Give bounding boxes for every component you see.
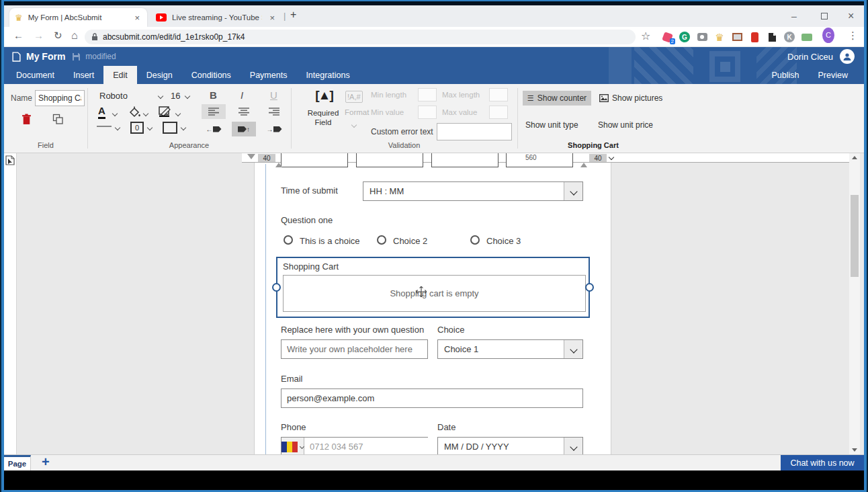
menu-insert[interactable]: Insert [64, 66, 103, 84]
radio-choice-1-label[interactable]: This is a choice [300, 236, 360, 246]
chevron-down-icon[interactable] [175, 111, 181, 116]
label-right-button[interactable]: → [262, 122, 286, 136]
menu-document[interactable]: Document [7, 66, 64, 84]
delete-field-button[interactable] [21, 114, 32, 127]
scroll-up-icon[interactable] [852, 156, 857, 159]
align-right-button[interactable] [262, 104, 286, 119]
tab-youtube-studio[interactable]: Live streaming - YouTube Studio × [150, 8, 282, 27]
home-icon[interactable]: ⌂ [71, 30, 78, 42]
tab-abcsubmit[interactable]: ♛ My Form | AbcSubmit × [9, 8, 147, 27]
font-family-select[interactable]: Roboto [99, 91, 128, 101]
address-field[interactable]: abcsubmit.com/edit/id_1e1rsko0p_17k4 [85, 30, 636, 44]
resize-handle-left[interactable] [272, 283, 281, 292]
bookmark-star-icon[interactable]: ☆ [641, 30, 650, 42]
phone-input[interactable] [304, 438, 433, 454]
max-value-input[interactable] [489, 106, 508, 119]
min-length-input[interactable] [418, 88, 437, 101]
new-tab-button[interactable]: + [290, 9, 296, 21]
field-name-input[interactable] [35, 90, 85, 106]
clipped-field[interactable] [431, 153, 498, 167]
chevron-down-icon[interactable] [143, 111, 148, 116]
close-window-button[interactable]: × [848, 5, 854, 27]
user-name[interactable]: Dorin Ciceu [787, 52, 833, 62]
radio-choice-3-label[interactable]: Choice 3 [486, 236, 521, 246]
font-color-button[interactable]: A [98, 106, 105, 119]
left-margin-value[interactable]: 40 [258, 154, 275, 162]
align-center-button[interactable] [232, 104, 256, 119]
bold-button[interactable]: B [210, 89, 217, 101]
extension-mail-icon[interactable] [801, 31, 813, 43]
maximize-button[interactable] [821, 5, 828, 27]
align-left-button[interactable] [202, 104, 226, 119]
show-pictures-button[interactable]: Show pictures [599, 91, 662, 106]
right-margin-value[interactable]: 40 [589, 154, 607, 162]
menu-payments[interactable]: Payments [241, 66, 297, 84]
menu-integrations[interactable]: Integrations [296, 66, 359, 84]
chevron-down-icon[interactable] [147, 125, 153, 130]
forward-icon[interactable]: → [34, 30, 44, 41]
font-size-select[interactable]: 16 [171, 91, 180, 101]
chevron-down-icon[interactable] [158, 93, 163, 99]
extension-picture-icon[interactable] [731, 31, 743, 43]
choice-select[interactable]: Choice 1 [437, 339, 583, 359]
extension-abcsubmit-icon[interactable]: ♛ [713, 31, 726, 43]
clipped-field[interactable] [281, 153, 348, 167]
fill-color-button[interactable] [128, 106, 140, 120]
italic-button[interactable]: I [241, 89, 243, 101]
label-left-button[interactable]: ← [202, 122, 226, 136]
chat-button[interactable]: Chat with us now [781, 455, 864, 470]
shopping-cart-field-selected[interactable]: Shopping Cart Shopping cart is empty [276, 257, 590, 318]
clipped-field[interactable] [506, 153, 573, 167]
menu-conditions[interactable]: Conditions [182, 66, 241, 84]
country-flag-select[interactable] [281, 438, 304, 454]
clipped-field[interactable] [356, 153, 423, 167]
chevron-down-icon[interactable] [112, 111, 118, 116]
profile-avatar[interactable]: C [822, 29, 834, 41]
radio-choice-2[interactable] [377, 235, 386, 245]
user-avatar[interactable] [840, 49, 855, 64]
border-width-button[interactable]: 0 [130, 122, 144, 134]
line-style-button[interactable] [97, 126, 112, 127]
radio-choice-2-label[interactable]: Choice 2 [393, 236, 427, 246]
show-unit-type-button[interactable]: Show unit type [525, 120, 578, 130]
underline-button[interactable]: U [270, 89, 277, 101]
add-page-button[interactable]: + [42, 454, 50, 470]
margin-marker-icon[interactable] [275, 163, 282, 167]
preview-button[interactable]: Preview [809, 66, 864, 84]
extension-grammarly-icon[interactable]: G [679, 31, 691, 43]
custom-error-input[interactable] [437, 123, 512, 140]
extension-doc-icon[interactable] [766, 31, 778, 43]
time-of-submit-select[interactable]: HH : MM [363, 181, 583, 201]
duplicate-field-button[interactable] [52, 114, 64, 127]
menu-design[interactable]: Design [137, 66, 182, 84]
browser-menu-icon[interactable]: ⋮ [848, 30, 858, 42]
scroll-down-icon[interactable] [852, 448, 857, 452]
format-button[interactable]: Format [345, 108, 369, 116]
tab-close-icon[interactable]: × [132, 13, 142, 23]
menu-edit[interactable]: Edit [103, 66, 137, 84]
phone-field[interactable] [281, 437, 428, 454]
chevron-down-icon[interactable] [185, 93, 190, 99]
back-icon[interactable]: ← [13, 30, 24, 41]
reload-icon[interactable]: ↻ [54, 30, 62, 42]
extension-camera-icon[interactable] [696, 31, 708, 43]
date-select[interactable]: MM / DD / YYYY [437, 437, 583, 454]
publish-button[interactable]: Publish [763, 66, 809, 84]
border-color-button[interactable] [159, 106, 171, 119]
extension-k-icon[interactable]: K [783, 31, 795, 43]
min-value-input[interactable] [418, 106, 437, 119]
scrollbar-thumb[interactable] [851, 195, 859, 277]
margin-marker-icon[interactable] [580, 163, 587, 167]
chevron-down-icon[interactable] [115, 125, 120, 130]
radio-choice-3[interactable] [470, 235, 480, 245]
tab-close-icon[interactable]: × [267, 13, 277, 23]
question2-input[interactable] [281, 339, 428, 359]
required-field-button[interactable]: Required Field [302, 108, 345, 128]
form-title[interactable]: My Form [26, 51, 65, 62]
shopping-cart-empty-box[interactable]: Shopping cart is empty [283, 275, 586, 312]
chevron-down-icon[interactable] [181, 125, 186, 130]
minimize-button[interactable]: – [791, 5, 797, 27]
show-counter-button[interactable]: ☰ Show counter [523, 91, 591, 106]
extension-share-icon[interactable]: 2 [661, 31, 673, 43]
page-tab[interactable]: Page [4, 455, 31, 470]
